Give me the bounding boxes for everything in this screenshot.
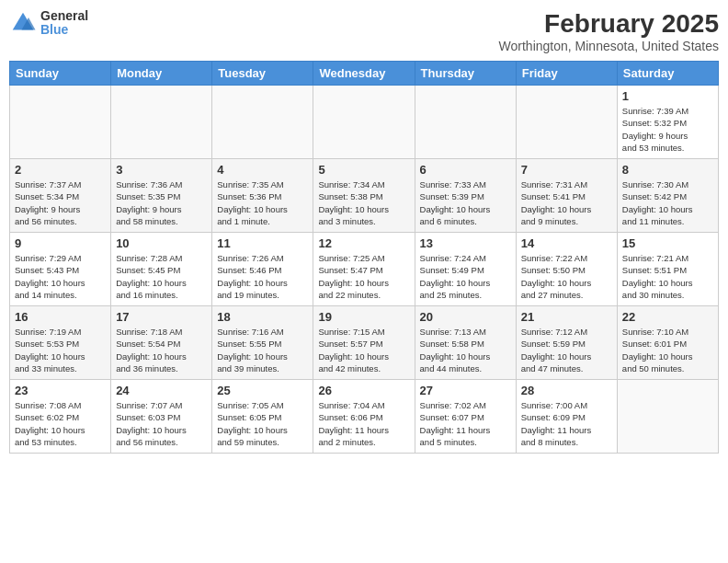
day-info: Sunrise: 7:22 AM Sunset: 5:50 PM Dayligh…: [521, 252, 612, 301]
calendar-day-cell: 25Sunrise: 7:05 AM Sunset: 6:05 PM Dayli…: [212, 380, 313, 454]
calendar-day-header: Sunday: [10, 62, 111, 86]
calendar-day-cell: 2Sunrise: 7:37 AM Sunset: 5:34 PM Daylig…: [10, 159, 111, 233]
day-number: 22: [622, 310, 713, 324]
day-number: 5: [318, 163, 409, 177]
calendar-day-cell: 13Sunrise: 7:24 AM Sunset: 5:49 PM Dayli…: [415, 233, 516, 306]
day-info: Sunrise: 7:28 AM Sunset: 5:45 PM Dayligh…: [116, 252, 207, 301]
day-info: Sunrise: 7:37 AM Sunset: 5:34 PM Dayligh…: [15, 178, 106, 227]
day-number: 12: [318, 236, 409, 250]
day-info: Sunrise: 7:35 AM Sunset: 5:36 PM Dayligh…: [217, 178, 308, 227]
calendar-day-cell: [313, 86, 415, 159]
calendar-day-header: Tuesday: [212, 62, 313, 86]
day-number: 2: [15, 163, 106, 177]
calendar-day-cell: 16Sunrise: 7:19 AM Sunset: 5:53 PM Dayli…: [10, 306, 111, 380]
day-info: Sunrise: 7:25 AM Sunset: 5:47 PM Dayligh…: [318, 252, 409, 301]
logo-icon: [9, 9, 37, 37]
calendar-day-cell: 18Sunrise: 7:16 AM Sunset: 5:55 PM Dayli…: [212, 306, 313, 380]
day-info: Sunrise: 7:00 AM Sunset: 6:09 PM Dayligh…: [521, 399, 612, 448]
calendar-week-row: 1Sunrise: 7:39 AM Sunset: 5:32 PM Daylig…: [10, 86, 719, 159]
day-number: 27: [420, 384, 511, 397]
day-info: Sunrise: 7:05 AM Sunset: 6:05 PM Dayligh…: [217, 399, 308, 448]
title-block: February 2025 Worthington, Minnesota, Un…: [499, 9, 719, 53]
calendar-day-cell: 10Sunrise: 7:28 AM Sunset: 5:45 PM Dayli…: [111, 233, 212, 306]
calendar-day-cell: 14Sunrise: 7:22 AM Sunset: 5:50 PM Dayli…: [516, 233, 617, 306]
calendar-day-cell: 23Sunrise: 7:08 AM Sunset: 6:02 PM Dayli…: [10, 380, 111, 454]
day-info: Sunrise: 7:12 AM Sunset: 5:59 PM Dayligh…: [521, 326, 612, 374]
day-info: Sunrise: 7:04 AM Sunset: 6:06 PM Dayligh…: [318, 399, 409, 448]
day-number: 18: [217, 310, 308, 324]
day-info: Sunrise: 7:30 AM Sunset: 5:42 PM Dayligh…: [622, 178, 713, 227]
calendar-day-cell: 5Sunrise: 7:34 AM Sunset: 5:38 PM Daylig…: [313, 159, 415, 233]
calendar-week-row: 16Sunrise: 7:19 AM Sunset: 5:53 PM Dayli…: [10, 306, 719, 380]
calendar-day-cell: 19Sunrise: 7:15 AM Sunset: 5:57 PM Dayli…: [313, 306, 415, 380]
day-number: 9: [15, 236, 106, 250]
calendar-day-cell: 27Sunrise: 7:02 AM Sunset: 6:07 PM Dayli…: [415, 380, 516, 454]
day-number: 7: [521, 163, 612, 177]
calendar-week-row: 23Sunrise: 7:08 AM Sunset: 6:02 PM Dayli…: [10, 380, 719, 454]
day-number: 26: [318, 384, 409, 397]
page-header: General Blue February 2025 Worthington, …: [9, 9, 719, 53]
location-subtitle: Worthington, Minnesota, United States: [499, 39, 719, 53]
day-info: Sunrise: 7:19 AM Sunset: 5:53 PM Dayligh…: [15, 326, 106, 374]
day-info: Sunrise: 7:18 AM Sunset: 5:54 PM Dayligh…: [116, 326, 207, 374]
calendar-day-cell: 12Sunrise: 7:25 AM Sunset: 5:47 PM Dayli…: [313, 233, 415, 306]
day-info: Sunrise: 7:31 AM Sunset: 5:41 PM Dayligh…: [521, 178, 612, 227]
day-number: 13: [420, 236, 511, 250]
calendar-week-row: 9Sunrise: 7:29 AM Sunset: 5:43 PM Daylig…: [10, 233, 719, 306]
logo-general: General: [40, 9, 88, 23]
day-info: Sunrise: 7:24 AM Sunset: 5:49 PM Dayligh…: [420, 252, 511, 301]
day-info: Sunrise: 7:10 AM Sunset: 6:01 PM Dayligh…: [622, 326, 713, 374]
calendar-day-cell: 4Sunrise: 7:35 AM Sunset: 5:36 PM Daylig…: [212, 159, 313, 233]
day-info: Sunrise: 7:26 AM Sunset: 5:46 PM Dayligh…: [217, 252, 308, 301]
day-info: Sunrise: 7:15 AM Sunset: 5:57 PM Dayligh…: [318, 326, 409, 374]
calendar-day-cell: 9Sunrise: 7:29 AM Sunset: 5:43 PM Daylig…: [10, 233, 111, 306]
calendar-day-cell: 26Sunrise: 7:04 AM Sunset: 6:06 PM Dayli…: [313, 380, 415, 454]
calendar-day-cell: 17Sunrise: 7:18 AM Sunset: 5:54 PM Dayli…: [111, 306, 212, 380]
calendar-day-header: Saturday: [617, 62, 718, 86]
day-info: Sunrise: 7:08 AM Sunset: 6:02 PM Dayligh…: [15, 399, 106, 448]
day-info: Sunrise: 7:21 AM Sunset: 5:51 PM Dayligh…: [622, 252, 713, 301]
logo: General Blue: [9, 9, 88, 38]
day-number: 8: [622, 163, 713, 177]
day-info: Sunrise: 7:13 AM Sunset: 5:58 PM Dayligh…: [420, 326, 511, 374]
calendar-day-cell: 22Sunrise: 7:10 AM Sunset: 6:01 PM Dayli…: [617, 306, 718, 380]
day-number: 23: [15, 384, 106, 397]
day-number: 19: [318, 310, 409, 324]
day-number: 24: [116, 384, 207, 397]
day-info: Sunrise: 7:07 AM Sunset: 6:03 PM Dayligh…: [116, 399, 207, 448]
calendar-table: SundayMondayTuesdayWednesdayThursdayFrid…: [9, 61, 719, 454]
day-number: 3: [116, 163, 207, 177]
day-info: Sunrise: 7:16 AM Sunset: 5:55 PM Dayligh…: [217, 326, 308, 374]
calendar-day-cell: 20Sunrise: 7:13 AM Sunset: 5:58 PM Dayli…: [415, 306, 516, 380]
day-info: Sunrise: 7:34 AM Sunset: 5:38 PM Dayligh…: [318, 178, 409, 227]
day-number: 6: [420, 163, 511, 177]
day-number: 15: [622, 236, 713, 250]
calendar-day-cell: 28Sunrise: 7:00 AM Sunset: 6:09 PM Dayli…: [516, 380, 617, 454]
day-info: Sunrise: 7:29 AM Sunset: 5:43 PM Dayligh…: [15, 252, 106, 301]
calendar-day-cell: 11Sunrise: 7:26 AM Sunset: 5:46 PM Dayli…: [212, 233, 313, 306]
day-info: Sunrise: 7:39 AM Sunset: 5:32 PM Dayligh…: [622, 105, 713, 154]
calendar-day-cell: 3Sunrise: 7:36 AM Sunset: 5:35 PM Daylig…: [111, 159, 212, 233]
day-number: 17: [116, 310, 207, 324]
calendar-day-header: Friday: [516, 62, 617, 86]
calendar-day-cell: [212, 86, 313, 159]
day-number: 20: [420, 310, 511, 324]
day-number: 28: [521, 384, 612, 397]
calendar-header-row: SundayMondayTuesdayWednesdayThursdayFrid…: [10, 62, 719, 86]
calendar-day-cell: 21Sunrise: 7:12 AM Sunset: 5:59 PM Dayli…: [516, 306, 617, 380]
calendar-day-cell: 15Sunrise: 7:21 AM Sunset: 5:51 PM Dayli…: [617, 233, 718, 306]
logo-blue: Blue: [40, 23, 88, 37]
day-info: Sunrise: 7:02 AM Sunset: 6:07 PM Dayligh…: [420, 399, 511, 448]
calendar-day-cell: 6Sunrise: 7:33 AM Sunset: 5:39 PM Daylig…: [415, 159, 516, 233]
day-number: 14: [521, 236, 612, 250]
calendar-week-row: 2Sunrise: 7:37 AM Sunset: 5:34 PM Daylig…: [10, 159, 719, 233]
day-info: Sunrise: 7:33 AM Sunset: 5:39 PM Dayligh…: [420, 178, 511, 227]
calendar-day-cell: 1Sunrise: 7:39 AM Sunset: 5:32 PM Daylig…: [617, 86, 718, 159]
calendar-day-cell: [516, 86, 617, 159]
day-number: 1: [622, 89, 713, 103]
calendar-day-cell: [111, 86, 212, 159]
day-number: 4: [217, 163, 308, 177]
calendar-day-header: Wednesday: [313, 62, 415, 86]
calendar-day-cell: [617, 380, 718, 454]
calendar-day-cell: 8Sunrise: 7:30 AM Sunset: 5:42 PM Daylig…: [617, 159, 718, 233]
